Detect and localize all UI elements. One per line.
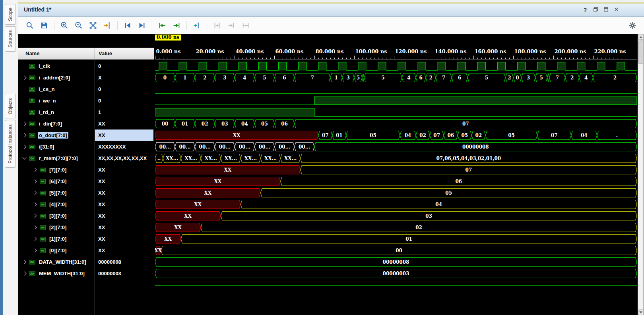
wave-row-i-addrm-2-0[interactable]: 01234567135546276520357242 — [155, 72, 637, 83]
signal-row-5-7-0[interactable]: [5][7:0] — [18, 187, 95, 199]
signal-name[interactable]: [5][7:0] — [48, 189, 68, 196]
signal-row-mem-width-31-0[interactable]: MEM_WIDTH[31:0] — [18, 268, 95, 279]
scrollbar-thumb[interactable] — [638, 41, 643, 64]
expand-chevron-icon[interactable] — [23, 272, 27, 276]
expand-chevron-icon[interactable] — [23, 133, 27, 137]
expand-chevron-icon[interactable] — [33, 180, 37, 184]
search-button[interactable] — [24, 19, 36, 31]
signal-row-data-width-31-0[interactable]: DATA_WIDTH[31:0] — [18, 256, 95, 268]
signal-name[interactable]: MEM_WIDTH[31:0] — [38, 270, 86, 277]
signal-row-1-7-0[interactable]: [1][7:0] — [18, 233, 95, 245]
signal-row-i-we-n[interactable]: i_we_n — [18, 95, 95, 106]
side-tab-objects[interactable]: Objects — [5, 94, 16, 118]
signal-row-i-din-7-0[interactable]: i_din[7:0] — [18, 118, 95, 129]
signal-name[interactable]: [4][7:0] — [48, 201, 68, 208]
signal-name[interactable]: i_din[7:0] — [38, 120, 63, 127]
signal-row-3-7-0[interactable]: [3][7:0] — [18, 210, 95, 222]
cursor-time-chip[interactable]: 0.000 ns — [155, 35, 181, 41]
signal-value-i-rd-n[interactable]: 1 — [95, 106, 153, 118]
expand-chevron-icon[interactable] — [33, 214, 37, 218]
save-button[interactable] — [38, 19, 50, 31]
signal-value-i-cs-n[interactable]: 0 — [95, 83, 153, 95]
signal-name[interactable]: r_mem[7:0][7:0] — [38, 155, 79, 162]
signal-value-4-7-0[interactable]: XX — [95, 199, 153, 210]
signal-value-7-7-0[interactable]: XX — [95, 164, 153, 176]
signal-row-6-7-0[interactable]: [6][7:0] — [18, 176, 95, 187]
expand-chevron-icon[interactable] — [33, 191, 37, 195]
signal-value-5-7-0[interactable]: XX — [95, 187, 153, 199]
wave-row-4-7-0[interactable]: XX04 — [155, 199, 637, 210]
expand-chevron-icon[interactable] — [23, 122, 27, 126]
float-button[interactable] — [592, 6, 599, 14]
expand-chevron-icon[interactable] — [23, 76, 27, 80]
signal-row-7-7-0[interactable]: [7][7:0] — [18, 164, 95, 176]
signal-row-i-addrm-2-0[interactable]: i_addrm[2:0] — [18, 72, 95, 83]
signal-row-0-7-0[interactable]: [0][7:0] — [18, 245, 95, 256]
signal-value-i-clk[interactable]: 0 — [95, 60, 153, 72]
next-transition-button[interactable] — [171, 19, 182, 31]
signal-name[interactable]: i_cs_n — [37, 86, 56, 93]
maximize-button[interactable] — [602, 6, 610, 14]
signal-value-1-7-0[interactable]: XX — [95, 233, 153, 245]
signal-value-2-7-0[interactable]: XX — [95, 222, 153, 233]
signal-name[interactable]: o_dout[7:0] — [38, 132, 68, 139]
expand-chevron-icon[interactable] — [23, 145, 27, 149]
signal-row-o-dout-7-0[interactable]: o_dout[7:0] — [18, 129, 95, 141]
add-marker-button[interactable] — [191, 19, 203, 31]
signal-value-data-width-31-0[interactable]: 00000008 — [95, 256, 153, 268]
wave-row-o-dout-7-0[interactable]: XX070105040207060502050704. — [155, 129, 637, 141]
signal-row-2-7-0[interactable]: [2][7:0] — [18, 222, 95, 233]
help-button[interactable]: ? — [581, 6, 589, 14]
signal-row-r-mem-7-0-7-0[interactable]: r_mem[7:0][7:0] — [18, 153, 95, 164]
signal-value-mem-width-31-0[interactable]: 00000003 — [95, 268, 153, 279]
wave-row-i-rd-n[interactable] — [155, 106, 637, 118]
signal-name[interactable]: [6][7:0] — [48, 178, 68, 185]
signal-row-i-31-0[interactable]: i[31:0] — [18, 141, 95, 153]
wave-row-mem-width-31-0[interactable]: 00000003 — [155, 268, 637, 279]
zoom-in-button[interactable] — [58, 19, 70, 31]
signal-value-i-31-0[interactable]: XXXXXXXX — [95, 141, 153, 153]
signal-value-3-7-0[interactable]: XX — [95, 210, 153, 222]
zoom-to-cursor-button[interactable] — [101, 19, 113, 31]
signal-value-i-we-n[interactable]: 0 — [95, 95, 153, 106]
side-tab-scope[interactable]: Scope — [5, 4, 16, 25]
signal-name[interactable]: i[31:0] — [38, 143, 55, 150]
side-tab-sources[interactable]: Sources — [5, 26, 16, 52]
settings-button[interactable] — [627, 19, 638, 31]
expand-chevron-icon[interactable] — [23, 260, 27, 264]
signal-row-i-rd-n[interactable]: i_rd_n — [18, 106, 95, 118]
signal-value-r-mem-7-0-7-0[interactable]: XX,XX,XX,XX,XX,XX — [95, 153, 153, 164]
wave-row-0-7-0[interactable]: XX00 — [155, 245, 637, 256]
wave-row-data-width-31-0[interactable]: 00000008 — [155, 256, 637, 268]
wave-row-5-7-0[interactable]: XX05 — [155, 187, 637, 199]
expand-chevron-icon[interactable] — [33, 168, 37, 172]
signal-row-i-clk[interactable]: i_clk — [18, 60, 95, 72]
wave-row-6-7-0[interactable]: XX06 — [155, 176, 637, 187]
signal-name[interactable]: i_we_n — [37, 97, 57, 104]
expand-chevron-icon[interactable] — [33, 203, 37, 207]
vertical-scrollbar[interactable] — [638, 34, 644, 315]
signal-name[interactable]: i_addrm[2:0] — [38, 74, 71, 81]
zoom-fit-button[interactable] — [87, 19, 99, 31]
wave-row-r-mem-7-0-7-0[interactable]: ..XX...XX...XX...XX...XX...XX...XX...07,… — [155, 153, 637, 164]
expand-chevron-icon[interactable] — [33, 249, 37, 253]
signal-value-i-addrm-2-0[interactable]: X — [95, 72, 153, 83]
collapse-chevron-icon[interactable] — [23, 156, 27, 160]
wave-row-i-clk[interactable] — [155, 60, 637, 72]
signal-name[interactable]: i_rd_n — [37, 109, 55, 116]
go-to-last-time-button[interactable] — [136, 19, 148, 31]
side-tab-protocol-instances[interactable]: Protocol Instances — [5, 120, 16, 168]
expand-chevron-icon[interactable] — [33, 237, 37, 241]
signal-name[interactable]: [3][7:0] — [48, 213, 68, 219]
signal-value-o-dout-7-0[interactable]: XX — [95, 129, 153, 141]
signal-row-i-cs-n[interactable]: i_cs_n — [18, 83, 95, 95]
value-wave-splitter[interactable] — [154, 48, 154, 315]
expand-chevron-icon[interactable] — [33, 226, 37, 230]
signal-value-0-7-0[interactable]: XX — [95, 245, 153, 256]
wave-row-7-7-0[interactable]: XX07 — [155, 164, 637, 176]
signal-name[interactable]: DATA_WIDTH[31:0] — [38, 259, 87, 265]
wave-row-i-cs-n[interactable] — [155, 83, 637, 95]
go-to-time-0-button[interactable] — [122, 19, 134, 31]
scroll-down-button[interactable] — [638, 309, 643, 315]
signal-value-i-din-7-0[interactable]: XX — [95, 118, 153, 129]
